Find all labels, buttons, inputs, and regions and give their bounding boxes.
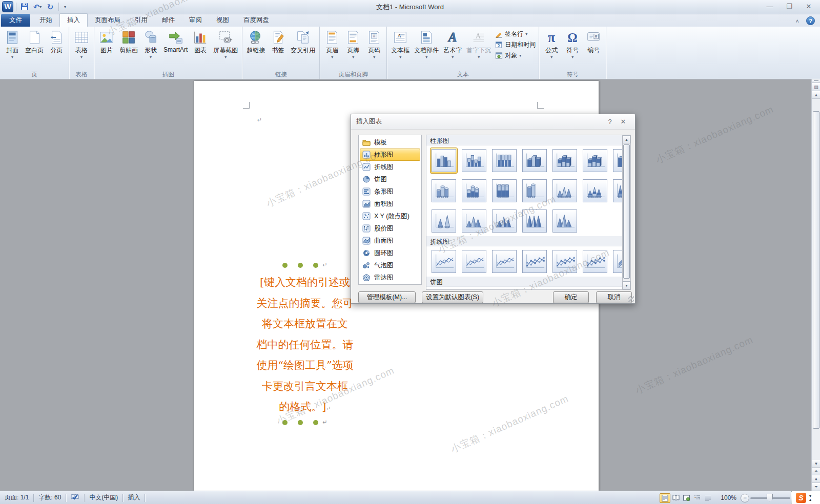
bookmark-button[interactable]: 书签 [268,28,288,59]
draft-view-button[interactable] [703,493,713,503]
line-100-stacked-thumbnail[interactable] [490,248,518,275]
chart-button[interactable]: 图表 [190,28,211,59]
page-indicator[interactable]: 页面: 1/1 [0,493,33,502]
cancel-button[interactable]: 取消 [596,291,632,303]
date-time-button[interactable]: 5日期和时间 [495,40,536,49]
col3d-stacked-thumbnail[interactable] [551,148,579,174]
quote-text-box[interactable]: [键入文档的引述或关注点的摘要。您可将文本框放置在文档中的任何位置。请使用“绘图… [254,272,356,419]
chart-type-bubble[interactable]: 气泡图 [360,259,420,271]
footer-button[interactable]: 页脚▾ [343,28,363,59]
page-number-button[interactable]: #页码▾ [364,28,384,59]
chart-type-radar[interactable]: 雷达图 [360,271,420,284]
chart-type-line[interactable]: 折线图 [360,161,420,173]
spellcheck-status-icon[interactable] [66,493,84,502]
zoom-level[interactable]: 100% [721,494,736,501]
pie-thumbnail[interactable] [430,289,458,290]
tab-插入[interactable]: 插入 [59,13,88,27]
wordart-button[interactable]: A艺术字▾ [441,28,464,59]
chart-type-area[interactable]: 面积图 [360,198,420,210]
cone-stacked-thumbnail[interactable] [581,178,609,204]
line-markers-100-stacked-thumbnail[interactable] [581,248,609,275]
close-button[interactable]: ✕ [802,1,816,11]
chart-type-pie[interactable]: 饼图 [360,173,420,185]
cone-3d-thumbnail[interactable] [430,208,458,234]
split-window-handle[interactable] [812,79,820,83]
chart-type-column[interactable]: 柱形图 [360,149,420,161]
bar-of-pie-thumbnail[interactable] [581,289,609,290]
clip-art-button[interactable]: 剪贴画 [117,28,140,59]
cylinder-stacked-thumbnail[interactable] [460,178,488,204]
minimize-button[interactable]: — [763,1,777,11]
word-count[interactable]: 字数: 60 [34,493,66,502]
col-100-stacked-thumbnail[interactable] [490,148,518,174]
scrollbar-thumb[interactable] [623,144,630,279]
scroll-down-button[interactable]: ▼ [812,460,820,468]
dialog-help-button[interactable]: ? [603,117,617,127]
cross-reference-button[interactable]: 交叉引用 [289,28,317,59]
pyramid-stacked-thumbnail[interactable] [490,208,518,234]
zoom-slider-thumb[interactable] [767,494,773,502]
col-stacked-thumbnail[interactable] [460,148,488,174]
previous-page-button[interactable]: ⏶ [812,468,820,475]
picture-button[interactable]: 图片 [96,28,117,59]
collapse-ribbon-button[interactable]: ˄ [796,18,799,24]
tab-引用[interactable]: 引用 [128,14,155,27]
insert-mode-indicator[interactable]: 插入 [123,493,145,502]
page-break-button[interactable]: 分页 [46,28,67,59]
cone-clustered-thumbnail[interactable] [551,178,579,204]
scroll-up-button[interactable]: ▲ [812,91,820,99]
cover-page-button[interactable]: 封面▾ [2,28,23,59]
pie-exploded-thumbnail[interactable] [521,289,548,290]
dialog-title-bar[interactable]: 插入图表 ? ✕ [351,114,635,130]
input-method-arrows-icon[interactable]: ▾▴ [809,494,811,501]
pie-3d-thumbnail[interactable] [460,289,488,290]
cylinder-100-stacked-thumbnail[interactable] [490,178,518,204]
pyramid-100-stacked-thumbnail[interactable] [521,208,548,234]
line-thumbnail[interactable] [430,248,458,275]
resize-grip[interactable] [628,296,634,302]
screenshot-button[interactable]: 屏幕截图▾ [211,28,240,59]
tab-邮件[interactable]: 邮件 [155,14,182,27]
fullscreen-reading-view-button[interactable] [670,493,681,503]
col-clustered-thumbnail[interactable] [430,148,458,174]
symbol-button[interactable]: Ω符号▾ [562,28,583,59]
cylinder-3d-thumbnail[interactable] [521,178,548,204]
equation-button[interactable]: π公式▾ [541,28,562,59]
object-button[interactable]: 对象▾ [495,51,536,60]
col3d-clustered-thumbnail[interactable] [521,148,548,174]
line-markers-stacked-thumbnail[interactable] [551,248,579,275]
manage-templates-button[interactable]: 管理模板(M)... [358,291,416,303]
tab-file[interactable]: 文件 [1,14,30,27]
restore-button[interactable]: ❐ [782,1,796,11]
tab-开始[interactable]: 开始 [32,14,59,27]
tab-页面布局[interactable]: 页面布局 [88,14,128,27]
pyramid-clustered-thumbnail[interactable] [460,208,488,234]
smartart-button[interactable]: SmartArt [161,28,190,58]
pyramid-3d-thumbnail[interactable] [551,208,579,234]
set-default-chart-button[interactable]: 设置为默认图表(S) [422,291,483,303]
outline-view-button[interactable] [692,493,703,503]
scrollbar-thumb[interactable] [813,111,819,429]
shapes-button[interactable]: 形状▾ [140,28,161,59]
chart-type-templates[interactable]: 模板 [360,136,420,149]
tab-百度网盘[interactable]: 百度网盘 [236,14,276,27]
help-button[interactable]: ? [806,16,815,25]
pie-exploded-3d-thumbnail[interactable] [551,289,579,290]
text-box-button[interactable]: A文本框▾ [389,28,412,59]
browse-object-button[interactable]: ● [812,475,820,483]
ok-button[interactable]: 确定 [553,291,589,303]
number-button[interactable]: #编号 [583,28,604,59]
next-page-button[interactable]: ⏷ [812,483,820,491]
line-stacked-thumbnail[interactable] [460,248,488,275]
signature-line-button[interactable]: 签名行▾ [495,30,536,38]
chart-type-stock[interactable]: 股价图 [360,222,420,235]
web-layout-view-button[interactable] [681,493,692,503]
blank-page-button[interactable]: 空白页 [23,28,46,59]
chart-type-scatter[interactable]: X Y (散点图) [360,210,420,222]
quick-parts-button[interactable]: 文档部件▾ [412,28,441,59]
zoom-out-button[interactable]: − [741,494,749,502]
zoom-slider[interactable] [750,497,790,499]
tab-视图[interactable]: 视图 [209,14,236,27]
pie-of-pie-thumbnail[interactable] [490,289,518,290]
scroll-up-button[interactable]: ▲ [623,135,630,143]
